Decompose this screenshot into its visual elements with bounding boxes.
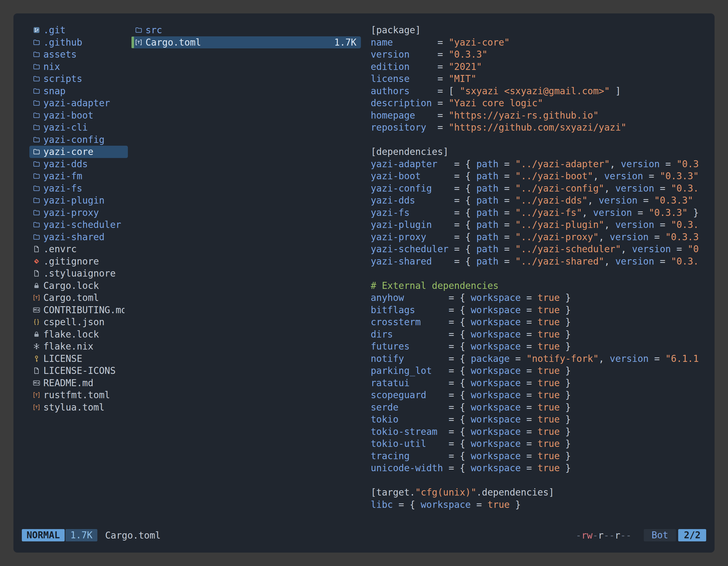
entry-name: src <box>145 25 162 36</box>
entry-name: yazi-plugin <box>43 195 105 206</box>
lock-icon <box>33 330 43 338</box>
toml-icon <box>33 391 43 399</box>
file-row[interactable]: rustfmt.toml <box>29 389 128 401</box>
file-row[interactable]: flake.nix <box>29 340 128 353</box>
dir-row[interactable]: yazi-dds <box>29 158 128 170</box>
current-pane[interactable]: srcCargo.toml1.7K <box>131 24 361 527</box>
entry-name: flake.nix <box>43 341 93 352</box>
status-filename: Cargo.toml <box>105 530 161 541</box>
entry-name: .github <box>43 37 82 48</box>
file-icon <box>33 270 43 277</box>
preview-line: tracing = { workspace = true } <box>371 450 707 462</box>
markdown-icon <box>33 379 43 387</box>
file-row[interactable]: Cargo.toml1.7K <box>131 36 361 49</box>
toml-icon <box>33 403 43 411</box>
preview-line: edition = "2021" <box>371 61 707 73</box>
dir-row[interactable]: snap <box>29 85 128 97</box>
preview-line: yazi-fs = { path = "../yazi-fs", version… <box>371 207 707 219</box>
file-row[interactable]: Cargo.lock <box>29 280 128 292</box>
preview-line: notify = { package = "notify-fork", vers… <box>371 353 707 365</box>
dir-row[interactable]: yazi-shared <box>29 231 128 243</box>
entry-name: LICENSE <box>43 353 82 364</box>
dir-row[interactable]: yazi-adapter <box>29 97 128 109</box>
file-icon <box>33 367 43 374</box>
preview-line: description = "Yazi core logic" <box>371 97 707 109</box>
entry-name: yazi-proxy <box>43 207 99 218</box>
dir-row[interactable]: yazi-boot <box>29 109 128 122</box>
entry-name: scripts <box>43 73 82 84</box>
entry-name: cspell.json <box>43 316 105 327</box>
entry-name: yazi-fs <box>43 183 82 194</box>
dir-row[interactable]: yazi-proxy <box>29 207 128 219</box>
file-row[interactable]: LICENSE <box>29 353 128 365</box>
entry-name: yazi-fm <box>43 171 82 182</box>
scroll-position-label: Bot <box>644 529 676 541</box>
preview-line: [target."cfg(unix)".dependencies] <box>371 486 707 499</box>
folder-icon <box>33 160 43 168</box>
preview-line: yazi-scheduler = { path = "../yazi-sched… <box>371 243 707 255</box>
markdown-icon <box>33 306 43 314</box>
dir-row[interactable]: src <box>131 24 361 36</box>
folder-icon <box>33 99 43 107</box>
dir-row[interactable]: .github <box>29 36 128 49</box>
file-row[interactable]: LICENSE-ICONS <box>29 365 128 377</box>
folder-icon <box>33 197 43 204</box>
git-icon <box>33 26 43 34</box>
preview-line <box>371 474 707 487</box>
preview-line: # External dependencies <box>371 280 707 292</box>
preview-line: version = "0.3.3" <box>371 48 707 61</box>
file-row[interactable]: cspell.json <box>29 316 128 328</box>
preview-line: ratatui = { workspace = true } <box>371 377 707 389</box>
preview-line: yazi-config = { path = "../yazi-config",… <box>371 182 707 195</box>
folder-icon <box>33 233 43 241</box>
file-row[interactable]: README.md <box>29 377 128 389</box>
folder-icon <box>33 136 43 144</box>
dir-row[interactable]: .git <box>29 24 128 36</box>
file-size-badge: 1.7K <box>65 529 97 541</box>
folder-icon <box>33 51 43 58</box>
dir-row[interactable]: yazi-core <box>29 146 128 158</box>
dir-row[interactable]: yazi-fs <box>29 182 128 195</box>
dir-row[interactable]: yazi-cli <box>29 121 128 134</box>
preview-pane[interactable]: [package]name = "yazi-core"version = "0.… <box>371 24 707 527</box>
entry-name: rustfmt.toml <box>43 389 110 400</box>
preview-line: yazi-boot = { path = "../yazi-boot", ver… <box>371 170 707 182</box>
preview-line: parking_lot = { workspace = true } <box>371 365 707 377</box>
dir-row[interactable]: scripts <box>29 73 128 85</box>
file-row[interactable]: stylua.toml <box>29 401 128 414</box>
preview-line: authors = [ "sxyazi <sxyazi@gmail.com>" … <box>371 85 707 97</box>
file-row[interactable]: CONTRIBUTING.md <box>29 304 128 316</box>
entry-name: README.md <box>43 377 93 388</box>
file-row[interactable]: flake.lock <box>29 328 128 340</box>
hover-marker <box>131 37 134 48</box>
entry-name: yazi-scheduler <box>43 219 121 230</box>
preview-line: tokio-stream = { workspace = true } <box>371 426 707 438</box>
lock-icon <box>33 282 43 289</box>
dir-row[interactable]: yazi-scheduler <box>29 219 128 231</box>
preview-line: libc = { workspace = true } <box>371 499 707 511</box>
mode-badge: NORMAL <box>22 529 65 541</box>
entry-name: CONTRIBUTING.md <box>43 304 125 315</box>
file-row[interactable]: Cargo.toml <box>29 292 128 304</box>
toml-icon <box>33 294 43 301</box>
dir-row[interactable]: yazi-fm <box>29 170 128 182</box>
entry-name: LICENSE-ICONS <box>43 365 116 376</box>
dir-row[interactable]: nix <box>29 61 128 73</box>
file-row[interactable]: .styluaignore <box>29 267 128 280</box>
dir-row[interactable]: yazi-plugin <box>29 194 128 207</box>
preview-line: dirs = { workspace = true } <box>371 328 707 340</box>
parent-pane[interactable]: .git.githubassetsnixscriptssnapyazi-adap… <box>29 24 128 527</box>
entry-name: yazi-cli <box>43 122 88 133</box>
dir-row[interactable]: yazi-config <box>29 134 128 146</box>
file-row[interactable]: .gitignore <box>29 255 128 268</box>
entry-name: .styluaignore <box>43 268 116 279</box>
nix-icon <box>33 342 43 350</box>
file-row[interactable]: .envrc <box>29 243 128 255</box>
entry-name: flake.lock <box>43 329 99 340</box>
folder-icon <box>33 75 43 83</box>
folder-icon <box>33 172 43 180</box>
folder-icon <box>33 63 43 71</box>
folder-icon <box>33 148 43 156</box>
entry-name: yazi-core <box>43 146 93 157</box>
dir-row[interactable]: assets <box>29 48 128 61</box>
